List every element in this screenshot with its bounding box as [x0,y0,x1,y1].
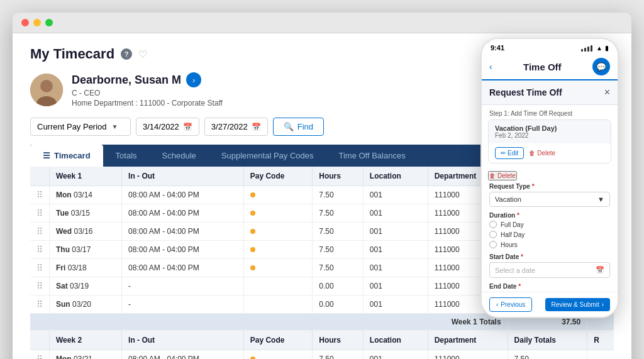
minimize-button[interactable] [33,19,41,26]
drag-handle[interactable]: ⠿ [30,241,50,259]
phone-request-card: Vacation (Full Day) Feb 2, 2022 ✏ Edit 🗑… [488,119,611,163]
tab-schedule[interactable]: Schedule [150,145,209,167]
help-icon[interactable]: ? [121,48,132,60]
tab-supplemental[interactable]: Supplemental Pay Codes [209,145,326,167]
drag-handle[interactable]: ⠿ [30,223,50,241]
calendar-icon: 📅 [252,123,261,131]
close-button[interactable] [21,19,29,26]
hours: 7.50 [313,186,364,204]
phone-modal-title: Request Time Off [489,87,562,97]
phone-card-date: Feb 2, 2022 [495,132,604,139]
drag-handle[interactable]: ⠿ [30,277,50,295]
page-title: My Timecard [30,46,114,62]
phone-chat-button[interactable]: 💬 [592,58,610,75]
location: 001 [363,186,428,204]
signal-bar-1 [581,49,583,52]
day-date: Wed 03/16 [50,223,122,241]
phone-footer: ‹ Previous Review & Submit › [482,292,618,317]
menu-icon: ☰ [43,151,50,160]
wifi-icon: ▲ [596,45,602,52]
required-star: * [532,183,535,190]
tab-timecard[interactable]: ☰ Timecard [30,145,103,167]
chevron-down-icon: ▼ [597,196,604,203]
phone-start-date-input[interactable]: Select a date 📅 [489,262,610,278]
employee-left: Dearborne, Susan M › C - CEO Home Depart… [30,72,223,108]
in-out: 08:00 AM - 04:00 PM [122,350,244,360]
end-date-input[interactable]: 3/27/2022 📅 [204,118,268,136]
employee-name: Dearborne, Susan M [72,74,181,87]
signal-bar-2 [584,48,586,52]
in-out: 08:00 AM - 04:00 PM [122,186,244,204]
phone-back-button[interactable]: ‹ [489,62,492,72]
week2-header-row: Week 2 In - Out Pay Code Hours Location … [30,331,614,350]
required-star-3: * [521,253,523,260]
svg-point-1 [40,80,53,92]
duration-halfday[interactable]: Half Day [489,231,610,238]
drag-handle[interactable]: ⠿ [30,350,50,360]
employee-info: Dearborne, Susan M › C - CEO Home Depart… [72,72,223,108]
in-out: - [122,277,244,295]
phone-card-header: Vacation (Full Day) Feb 2, 2022 [489,120,611,143]
chevron-left-icon: ‹ [496,301,498,308]
phone-delete-button[interactable]: 🗑 Delete [529,147,555,159]
phone-close-button[interactable]: × [604,87,610,98]
phone-submit-button[interactable]: Review & Submit › [545,298,610,311]
phone-status-bar: 9:41 ▲ ▮ [482,39,618,54]
day-date: Tue 03/15 [50,204,122,223]
hours: 7.50 [313,241,364,259]
location: 001 [363,259,428,277]
request-type-select[interactable]: Vacation ▼ [489,192,610,207]
pay-period-dropdown[interactable]: Current Pay Period ▼ [30,118,131,136]
drag-handle[interactable]: ⠿ [30,204,50,223]
drag-handle[interactable]: ⠿ [30,259,50,277]
in-out: 08:00 AM - 04:00 PM [122,204,244,223]
phone-edit-button[interactable]: ✏ Edit [495,147,524,159]
phone-prev-button[interactable]: ‹ Previous [489,297,532,312]
employee-home-dept: Home Department : 111000 - Corporate Sta… [72,99,223,108]
pay-code [243,295,313,314]
hours: 0.00 [313,277,364,295]
tab-timeoff-balances[interactable]: Time Off Balances [326,145,418,167]
tab-totals[interactable]: Totals [103,145,150,167]
favorite-icon[interactable]: ♡ [138,48,147,60]
chevron-down-icon: ▼ [112,123,118,130]
hours: 0.00 [313,295,364,314]
location: 001 [363,277,428,295]
hours: 7.50 [313,350,364,360]
duration-fullday[interactable]: Full Day [489,221,610,228]
hours: 7.50 [313,204,364,223]
drag-handle[interactable]: ⠿ [30,295,50,314]
employee-nav-button[interactable]: › [186,72,201,87]
hours: 7.50 [313,259,364,277]
pay-code [243,204,313,223]
maximize-button[interactable] [45,19,53,26]
phone-delete-row: 🗑 Delete [482,168,618,183]
radio-circle-3 [489,241,497,248]
phone-form: Request Type * Vacation ▼ Duration * Ful… [482,183,618,290]
location: 001 [363,223,428,241]
chevron-right-icon: › [602,301,604,308]
day-date: Thu 03/17 [50,241,122,259]
phone-step-label: Step 1: Add Time Off Request [482,105,618,119]
drag-handle[interactable]: ⠿ [30,186,50,204]
duration-radio-group: Full Day Half Day Hours [489,221,610,248]
pay-code [243,350,313,360]
pay-period-label: Current Pay Period [37,122,107,131]
daily-totals: 7.50 [508,350,587,360]
trash-icon: 🗑 [529,150,535,157]
duration-label: Duration * [489,212,610,219]
end-date-value: 3/27/2022 [211,122,248,131]
hours: 7.50 [313,223,364,241]
battery-icon: ▮ [605,45,609,52]
employee-dept-code: C - CEO [72,89,223,97]
find-button[interactable]: 🔍 Find [273,118,324,136]
phone-nav: ‹ Time Off 💬 [482,54,618,80]
signal-bar-4 [591,45,592,52]
in-out: - [122,295,244,314]
signal-indicator: ▲ ▮ [581,45,609,52]
duration-hours[interactable]: Hours [489,241,610,248]
calendar-icon-phone: 📅 [596,266,604,274]
start-date-input[interactable]: 3/14/2022 📅 [136,118,199,136]
signal-bar-3 [587,47,589,52]
phone-delete-full-button[interactable]: 🗑 Delete [488,171,517,180]
